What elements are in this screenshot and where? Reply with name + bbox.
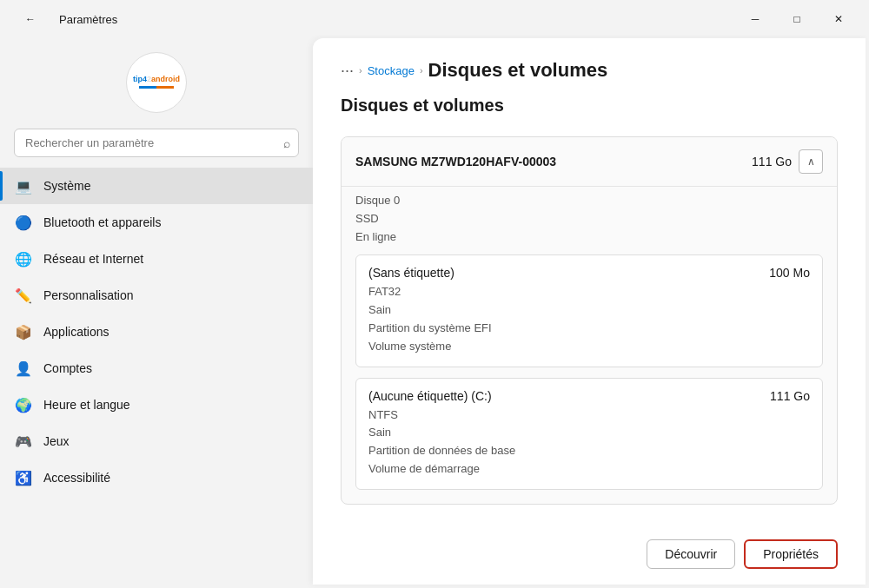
partition-type-1: Partition de données de base <box>368 442 810 460</box>
partition-row-0: (Sans étiquette) 100 Mo <box>368 266 810 280</box>
partitions-list: (Sans étiquette) 100 Mo FAT32 Sain Parti… <box>342 254 837 503</box>
jeux-icon: 🎮 <box>14 432 33 451</box>
search-icon: ⌕ <box>283 136 290 150</box>
sidebar-item-comptes[interactable]: 👤 Comptes <box>0 350 313 386</box>
partition-fs-0: FAT32 <box>368 283 810 301</box>
comptes-label: Comptes <box>43 361 92 375</box>
avatar: tip42android <box>126 52 187 113</box>
partition-card-0: (Sans étiquette) 100 Mo FAT32 Sain Parti… <box>355 254 823 367</box>
partition-details-0: FAT32 Sain Partition du système EFI Volu… <box>368 283 810 355</box>
sidebar-item-personnalisation[interactable]: ✏️ Personnalisation <box>0 277 313 314</box>
partition-health-0: Sain <box>368 301 810 320</box>
title-bar-left: ← Paramètres <box>10 5 117 33</box>
sidebar: tip42android ⌕ 💻 Système 🔵 Bluetooth et … <box>0 35 313 588</box>
reseau-icon: 🌐 <box>14 249 33 268</box>
maximize-button[interactable]: □ <box>777 5 817 33</box>
breadcrumb: ··· › Stockage › Disques et volumes <box>341 59 838 82</box>
nav-list: 💻 Système 🔵 Bluetooth et appareils 🌐 Rés… <box>0 168 313 496</box>
systeme-label: Système <box>43 179 90 193</box>
sidebar-item-jeux[interactable]: 🎮 Jeux <box>0 423 313 459</box>
breadcrumb-current: Disques et volumes <box>428 59 608 82</box>
search-box: ⌕ <box>14 129 299 157</box>
decouvrir-button[interactable]: Découvrir <box>647 539 735 569</box>
sidebar-item-accessibilite[interactable]: ♿ Accessibilité <box>0 459 313 496</box>
personnalisation-icon: ✏️ <box>14 286 33 305</box>
disk-interface: SSD <box>355 210 823 228</box>
bottom-actions: Découvrir Propriétés <box>341 525 838 569</box>
breadcrumb-ellipsis: ··· <box>341 62 354 80</box>
app-body: tip42android ⌕ 💻 Système 🔵 Bluetooth et … <box>0 35 869 588</box>
sidebar-item-heure[interactable]: 🌍 Heure et langue <box>0 386 313 423</box>
partition-role-0: Volume système <box>368 338 810 356</box>
partition-fs-1: NTFS <box>368 406 810 425</box>
heure-icon: 🌍 <box>14 395 33 414</box>
jeux-label: Jeux <box>43 434 70 448</box>
window-controls: ─ □ ✕ <box>735 5 859 33</box>
partition-details-1: NTFS Sain Partition de données de base V… <box>368 406 810 479</box>
disk-name: SAMSUNG MZ7WD120HAFV-00003 <box>355 155 556 168</box>
disk-type: Disque 0 <box>355 192 823 210</box>
search-input[interactable] <box>14 129 299 157</box>
sidebar-item-systeme[interactable]: 💻 Système <box>0 168 313 204</box>
reseau-label: Réseau et Internet <box>43 252 143 266</box>
sidebar-item-applications[interactable]: 📦 Applications <box>0 314 313 350</box>
partition-type-0: Partition du système EFI <box>368 320 810 338</box>
applications-icon: 📦 <box>14 322 33 341</box>
partition-size-1: 111 Go <box>770 389 810 403</box>
bluetooth-label: Bluetooth et appareils <box>43 215 161 229</box>
partition-size-0: 100 Mo <box>769 266 810 280</box>
systeme-icon: 💻 <box>14 176 33 195</box>
accessibilite-label: Accessibilité <box>43 471 110 485</box>
partition-row-1: (Aucune étiquette) (C:) 111 Go <box>368 389 810 403</box>
breadcrumb-stockage[interactable]: Stockage <box>368 64 415 77</box>
sidebar-item-bluetooth[interactable]: 🔵 Bluetooth et appareils <box>0 204 313 241</box>
disk-card: SAMSUNG MZ7WD120HAFV-00003 111 Go ∧ Disq… <box>341 136 838 505</box>
personnalisation-label: Personnalisation <box>43 288 134 302</box>
partition-card-1: (Aucune étiquette) (C:) 111 Go NTFS Sain… <box>355 378 823 490</box>
sidebar-item-reseau[interactable]: 🌐 Réseau et Internet <box>0 241 313 277</box>
partition-name-1: (Aucune étiquette) (C:) <box>368 389 492 403</box>
disk-info: Disque 0 SSD En ligne <box>342 187 837 254</box>
accessibilite-icon: ♿ <box>14 468 33 487</box>
minimize-button[interactable]: ─ <box>735 5 775 33</box>
disk-status: En ligne <box>355 228 823 247</box>
partition-health-1: Sain <box>368 424 810 442</box>
window-title: Paramètres <box>59 13 117 26</box>
page-title: Disques et volumes <box>341 96 838 116</box>
applications-label: Applications <box>43 325 109 339</box>
comptes-icon: 👤 <box>14 359 33 378</box>
bluetooth-icon: 🔵 <box>14 213 33 232</box>
disk-size: 111 Go <box>752 155 792 168</box>
partition-name-0: (Sans étiquette) <box>368 266 454 280</box>
back-button[interactable]: ← <box>10 5 50 33</box>
avatar-section: tip42android <box>0 35 313 122</box>
disk-header[interactable]: SAMSUNG MZ7WD120HAFV-00003 111 Go ∧ <box>342 137 837 187</box>
close-button[interactable]: ✕ <box>819 5 859 33</box>
proprietes-button[interactable]: Propriétés <box>744 539 838 569</box>
partition-role-1: Volume de démarrage <box>368 460 810 479</box>
title-bar: ← Paramètres ─ □ ✕ <box>0 0 869 35</box>
content-area: ··· › Stockage › Disques et volumes Disq… <box>313 38 866 585</box>
expand-button[interactable]: ∧ <box>799 149 823 174</box>
heure-label: Heure et langue <box>43 398 130 412</box>
